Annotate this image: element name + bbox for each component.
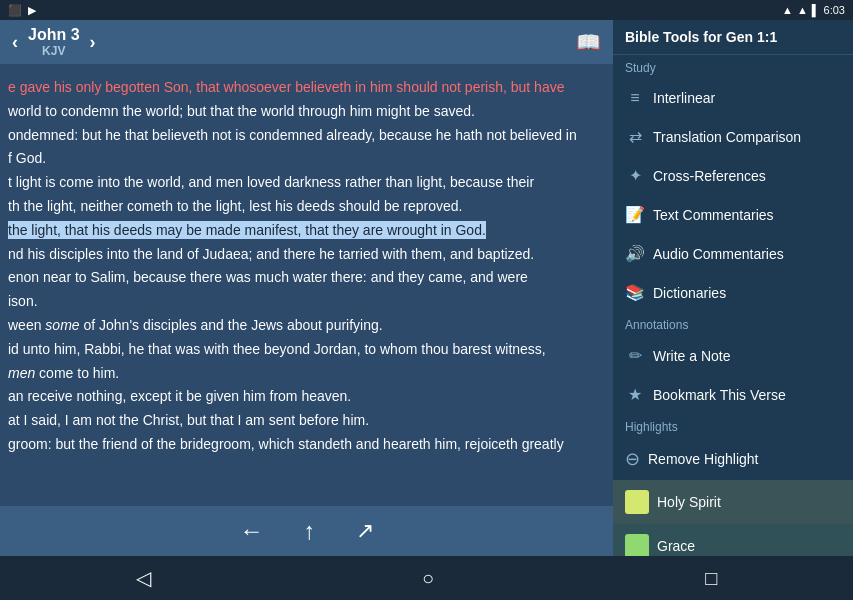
verse-text-3: ondemned: but he that believeth not is c… xyxy=(8,124,605,172)
audio-commentaries-label: Audio Commentaries xyxy=(653,246,784,262)
verse-text-10: ween some of John's disciples and the Je… xyxy=(8,314,605,338)
bookmark-verse-label: Bookmark This Verse xyxy=(653,387,786,403)
annotations-section-label: Annotations xyxy=(613,312,853,336)
signal-icon: ▲ xyxy=(782,4,793,16)
translation-icon: ⇄ xyxy=(625,127,645,146)
sidebar-item-text-commentaries[interactable]: 📝 Text Commentaries xyxy=(613,195,853,234)
bible-title: John 3 KJV xyxy=(28,26,80,58)
write-note-icon: ✏ xyxy=(625,346,645,365)
android-recent-button[interactable]: □ xyxy=(705,567,717,590)
interlinear-icon: ≡ xyxy=(625,89,645,107)
sidebar-item-cross-references[interactable]: ✦ Cross-References xyxy=(613,156,853,195)
wifi-icon: ▲ xyxy=(797,4,808,16)
prev-chapter-button[interactable]: ‹ xyxy=(12,32,18,53)
bible-panel: ‹ John 3 KJV › 📖 e gave his only begotte… xyxy=(0,20,613,556)
dictionaries-label: Dictionaries xyxy=(653,285,726,301)
android-home-button[interactable]: ○ xyxy=(422,567,434,590)
up-button[interactable]: ↑ xyxy=(304,517,316,545)
cross-ref-icon: ✦ xyxy=(625,166,645,185)
status-bar-right: ▲ ▲ ▌ 6:03 xyxy=(782,4,845,16)
bible-header-nav: ‹ John 3 KJV › xyxy=(12,26,96,58)
write-note-label: Write a Note xyxy=(653,348,731,364)
bible-menu-button[interactable]: 📖 xyxy=(576,30,601,54)
interlinear-label: Interlinear xyxy=(653,90,715,106)
sidebar-header-title: Bible Tools for Gen 1:1 xyxy=(625,29,777,45)
verse-red-text: e gave his only begotten Son, that whoso… xyxy=(8,79,564,95)
bible-content[interactable]: e gave his only begotten Son, that whoso… xyxy=(0,64,613,506)
verse-text-12: an receive nothing, except it be given h… xyxy=(8,385,605,409)
verse-text-1: e gave his only begotten Son, that whoso… xyxy=(8,76,605,100)
audio-icon: 🔊 xyxy=(625,244,645,263)
remove-highlight-label: Remove Highlight xyxy=(648,451,759,467)
text-comment-icon: 📝 xyxy=(625,205,645,224)
study-section-label: Study xyxy=(613,55,853,79)
highlights-section-label: Highlights xyxy=(613,414,853,438)
text-commentaries-label: Text Commentaries xyxy=(653,207,774,223)
verse-blue-text: the light, that his deeds may be made ma… xyxy=(8,221,486,239)
translation-comparison-label: Translation Comparison xyxy=(653,129,801,145)
holy-spirit-color-swatch xyxy=(625,490,649,514)
sidebar-item-grace[interactable]: Grace xyxy=(613,524,853,556)
grace-label: Grace xyxy=(657,538,695,554)
next-chapter-button[interactable]: › xyxy=(90,32,96,53)
share-button[interactable]: ↗ xyxy=(356,518,374,544)
verse-text-11: id unto him, Rabbi, he that was with the… xyxy=(8,338,605,386)
verse-text-6: the light, that his deeds may be made ma… xyxy=(8,219,605,243)
sidebar-item-audio-commentaries[interactable]: 🔊 Audio Commentaries xyxy=(613,234,853,273)
sidebar-item-holy-spirit[interactable]: Holy Spirit xyxy=(613,480,853,524)
time-display: 6:03 xyxy=(824,4,845,16)
remove-highlight-icon: ⊖ xyxy=(625,448,640,470)
android-nav-bar: ◁ ○ □ xyxy=(0,556,853,600)
status-bar: ⬛ ▶ ▲ ▲ ▌ 6:03 xyxy=(0,0,853,20)
main-container: ‹ John 3 KJV › 📖 e gave his only begotte… xyxy=(0,20,853,556)
sidebar-item-write-note[interactable]: ✏ Write a Note xyxy=(613,336,853,375)
battery-icon: ▌ xyxy=(812,4,820,16)
verse-text-8: enon near to Salim, because there was mu… xyxy=(8,266,605,290)
sidebar-item-bookmark-verse[interactable]: ★ Bookmark This Verse xyxy=(613,375,853,414)
bible-toolbar: ← ↑ ↗ xyxy=(0,506,613,556)
verse-text-2: world to condemn the world; but that the… xyxy=(8,100,605,124)
bible-version-label: KJV xyxy=(42,44,65,58)
android-back-button[interactable]: ◁ xyxy=(136,566,151,590)
sidebar-item-interlinear[interactable]: ≡ Interlinear xyxy=(613,79,853,117)
verse-text-9: ison. xyxy=(8,290,605,314)
cross-references-label: Cross-References xyxy=(653,168,766,184)
verse-text-14: groom: but the friend of the bridegroom,… xyxy=(8,433,605,457)
app-icon: ⬛ xyxy=(8,4,22,17)
verse-text-7: nd his disciples into the land of Judaea… xyxy=(8,243,605,267)
play-icon: ▶ xyxy=(28,4,36,17)
bible-header: ‹ John 3 KJV › 📖 xyxy=(0,20,613,64)
sidebar-item-dictionaries[interactable]: 📚 Dictionaries xyxy=(613,273,853,312)
verse-text-4: t light is come into the world, and men … xyxy=(8,171,605,195)
bookmark-icon: ★ xyxy=(625,385,645,404)
holy-spirit-label: Holy Spirit xyxy=(657,494,721,510)
dictionary-icon: 📚 xyxy=(625,283,645,302)
back-button[interactable]: ← xyxy=(240,517,264,545)
verse-text-13: at I said, I am not the Christ, but that… xyxy=(8,409,605,433)
grace-color-swatch xyxy=(625,534,649,556)
sidebar: Bible Tools for Gen 1:1 Study ≡ Interlin… xyxy=(613,20,853,556)
sidebar-item-translation-comparison[interactable]: ⇄ Translation Comparison xyxy=(613,117,853,156)
verse-text-5: th the light, neither cometh to the ligh… xyxy=(8,195,605,219)
status-bar-left: ⬛ ▶ xyxy=(8,4,36,17)
sidebar-header: Bible Tools for Gen 1:1 xyxy=(613,20,853,55)
bible-book-title: John 3 xyxy=(28,26,80,44)
sidebar-item-remove-highlight[interactable]: ⊖ Remove Highlight xyxy=(613,438,853,480)
